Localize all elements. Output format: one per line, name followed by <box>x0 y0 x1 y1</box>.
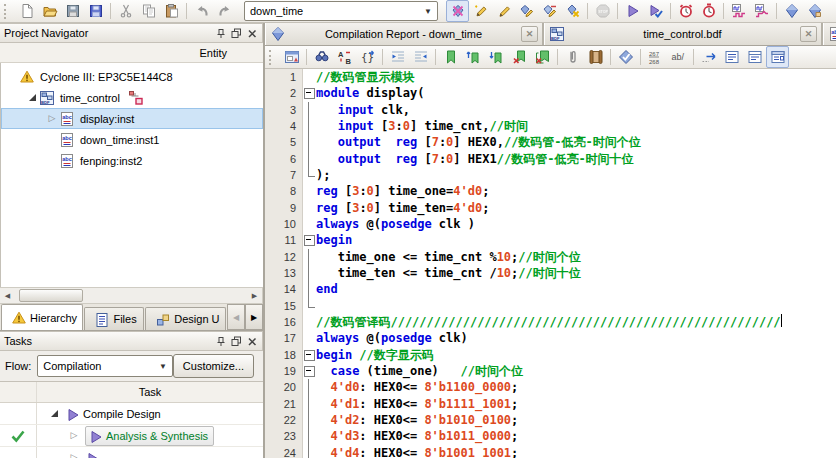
code-line-3[interactable]: 3 input clk, <box>265 102 836 118</box>
scrollbar-thumb[interactable] <box>19 289 83 302</box>
no-assign-button[interactable] <box>446 0 469 22</box>
save-all-button[interactable] <box>84 0 107 22</box>
navigator-tab-hierarchy[interactable]: Hierarchy <box>1 304 83 330</box>
save-button[interactable] <box>61 0 84 22</box>
fold-toggle-icon[interactable] <box>303 85 316 101</box>
wave1-button[interactable] <box>727 0 750 22</box>
gem-pencil-button[interactable] <box>515 0 538 22</box>
code-line-20[interactable]: 20 4'd0: HEX0<= 8'b1100_0000; <box>265 379 836 395</box>
code-line-21[interactable]: 21 4'd1: HEX0<= 8'b1111_1001; <box>265 396 836 412</box>
bm-prev-button[interactable] <box>485 46 508 68</box>
code-line-12[interactable]: 12 time_one <= time_cnt %10;//时间个位 <box>265 249 836 265</box>
code-line-11[interactable]: 11begin <box>265 232 836 248</box>
redo-button[interactable] <box>213 0 236 22</box>
editor-tab-partial[interactable]: abc <box>823 23 836 45</box>
tree-item-time-control[interactable]: BDFtime_control <box>1 87 263 108</box>
find-button[interactable] <box>310 46 333 68</box>
undo-button[interactable] <box>190 0 213 22</box>
code-line-5[interactable]: 5 output reg [7:0] HEX0,//数码管-低亮-时间个位 <box>265 134 836 150</box>
code-line-19[interactable]: 19 case (time_one) //时间个位 <box>265 363 836 379</box>
toolbar-grip[interactable] <box>269 50 276 65</box>
code-editor[interactable]: 1//数码管显示模块2module display(3 input clk,4 … <box>265 69 836 458</box>
doc3-button[interactable] <box>766 46 789 68</box>
cut-button[interactable] <box>114 0 137 22</box>
outdent-button[interactable] <box>409 46 432 68</box>
code-line-24[interactable]: 24 4'd4: HEX0<= 8'b1001_1001; <box>265 445 836 458</box>
tree-expander-icon[interactable] <box>25 94 39 101</box>
gem-x-button[interactable] <box>561 0 584 22</box>
code-line-14[interactable]: 14end <box>265 281 836 297</box>
goto-button[interactable] <box>697 46 720 68</box>
play-check-button[interactable] <box>644 0 667 22</box>
macro-button[interactable] <box>584 46 607 68</box>
copy-button[interactable] <box>137 0 160 22</box>
linenum-button[interactable]: 267268 <box>644 46 667 68</box>
play-button[interactable] <box>621 0 644 22</box>
code-line-13[interactable]: 13 time_ten <= time_cnt /10;//时间十位 <box>265 265 836 281</box>
code-line-22[interactable]: 22 4'd2: HEX0<= 8'b1010_0100; <box>265 412 836 428</box>
editor-tab-compilation-report-down-time[interactable]: Compilation Report - down_time✕ <box>265 23 544 45</box>
task-expander-icon[interactable]: ▷ <box>67 453 81 458</box>
fold-toggle-icon[interactable] <box>303 232 316 248</box>
tree-item-fenping-inst2[interactable]: abcfenping:inst2 <box>1 150 263 171</box>
pin-icon[interactable] <box>215 28 226 39</box>
pencil-button[interactable] <box>492 0 515 22</box>
task-row-compile-design[interactable]: Compile Design <box>0 403 263 425</box>
pencil-new-button[interactable] <box>469 0 492 22</box>
clip-button[interactable] <box>561 46 584 68</box>
doc1-button[interactable] <box>720 46 743 68</box>
navigator-tab-files[interactable]: Files <box>84 307 144 330</box>
navigator-tab-design-u[interactable]: Design U <box>145 307 226 330</box>
code-line-4[interactable]: 4 input [3:0] time_cnt,//时间 <box>265 118 836 134</box>
tree-item-down-time-inst1[interactable]: abcdown_time:inst1 <box>1 129 263 150</box>
paste-button[interactable] <box>160 0 183 22</box>
code-line-7[interactable]: 7); <box>265 167 836 183</box>
code-line-15[interactable]: 15 <box>265 298 836 314</box>
tree-horizontal-scrollbar[interactable]: ◀ ▶ <box>0 287 263 304</box>
flow-select[interactable]: Compilation ▼ <box>37 355 173 377</box>
editor-tab-time-control-bdf[interactable]: BDFtime_control.bdf✕ <box>544 23 823 45</box>
gem-pencil2-button[interactable] <box>538 0 561 22</box>
task-expander-icon[interactable] <box>47 410 61 417</box>
pin-icon[interactable] <box>215 336 226 347</box>
scroll-right-icon[interactable]: ▶ <box>247 289 262 302</box>
bm-next-button[interactable] <box>462 46 485 68</box>
tabs-scroll-right-icon[interactable]: ▶ <box>245 304 263 330</box>
restore-icon[interactable] <box>231 336 242 347</box>
clock1-button[interactable] <box>674 0 697 22</box>
tree-expander-icon[interactable]: ▷ <box>45 114 59 123</box>
braces-button[interactable]: {} <box>356 46 379 68</box>
clock2-button[interactable] <box>697 0 720 22</box>
task-row-analysis-synthesis[interactable]: ▷Analysis & Synthesis <box>0 425 263 447</box>
fold-toggle-icon[interactable] <box>303 363 316 379</box>
module-dropdown[interactable]: down_time ▼ <box>244 1 438 21</box>
syntax-button[interactable] <box>614 46 637 68</box>
new-file-button[interactable] <box>15 0 38 22</box>
fold-toggle-icon[interactable] <box>303 347 316 363</box>
tab-close-icon[interactable]: ✕ <box>800 26 817 42</box>
bm-del-button[interactable] <box>508 46 531 68</box>
doc2-button[interactable] <box>743 46 766 68</box>
code-line-16[interactable]: 16//数码管译码///////////////////////////////… <box>265 314 836 330</box>
bm-delall-button[interactable] <box>531 46 554 68</box>
wave2-button[interactable] <box>750 0 773 22</box>
code-line-6[interactable]: 6 output reg [7:0] HEX1//数码管-低亮-时间十位 <box>265 151 836 167</box>
restore-icon[interactable] <box>231 28 242 39</box>
scroll-left-icon[interactable]: ◀ <box>0 289 15 302</box>
close-icon[interactable] <box>247 336 258 347</box>
open-folder-button[interactable] <box>38 0 61 22</box>
bm-button[interactable] <box>439 46 462 68</box>
indent-button[interactable] <box>386 46 409 68</box>
code-line-23[interactable]: 23 4'd3: HEX0<= 8'b1011_0000; <box>265 428 836 444</box>
replace-button[interactable]: AB <box>333 46 356 68</box>
stop-button[interactable]: STOP <box>591 0 614 22</box>
code-line-1[interactable]: 1//数码管显示模块 <box>265 69 836 85</box>
tab-close-icon[interactable]: ✕ <box>521 26 538 42</box>
tabs-scroll-left-icon[interactable]: ◀ <box>227 304 245 330</box>
settings-window-button[interactable] <box>280 46 303 68</box>
code-line-2[interactable]: 2module display( <box>265 85 836 101</box>
code-line-10[interactable]: 10always @(posedge clk ) <box>265 216 836 232</box>
code-line-17[interactable]: 17always @(posedge clk) <box>265 330 836 346</box>
close-icon[interactable] <box>247 28 258 39</box>
task-row[interactable]: ▷ <box>0 447 263 458</box>
